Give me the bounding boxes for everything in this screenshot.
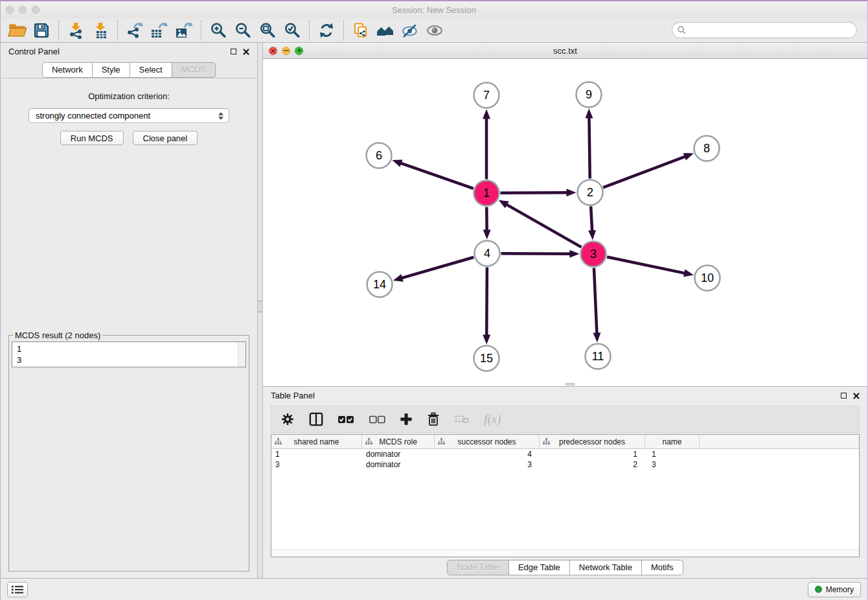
graph-edge-2-9[interactable]: [589, 116, 589, 178]
tab-style[interactable]: Style: [93, 62, 130, 78]
list-icon: [12, 585, 23, 594]
graph-node-label: 11: [592, 350, 604, 363]
network-window-title: scc.txt: [263, 46, 867, 56]
split-columns-icon[interactable]: [309, 410, 323, 429]
tab-mcds[interactable]: MCDS: [172, 62, 216, 78]
cell-mcds-role[interactable]: dominator: [362, 450, 435, 459]
graph-edge-arrowhead: [683, 153, 694, 160]
close-panel-icon[interactable]: [243, 49, 249, 55]
home-icon[interactable]: [373, 19, 398, 41]
graph-edge-3-1[interactable]: [505, 204, 581, 248]
application-window: Session: New Session: [0, 0, 868, 600]
add-column-icon[interactable]: [400, 410, 413, 429]
column-header-name[interactable]: name: [645, 435, 700, 448]
float-table-panel-icon[interactable]: [841, 393, 847, 398]
optimization-criterion-select[interactable]: strongly connected component: [29, 108, 229, 123]
column-label: name: [662, 437, 681, 446]
table-row[interactable]: 3 dominator 3 2 3: [271, 459, 859, 470]
column-header-shared-name[interactable]: shared name: [271, 435, 362, 448]
zoom-fit-icon[interactable]: [255, 19, 280, 41]
tab-edge-table[interactable]: Edge Table: [509, 560, 570, 575]
search-box[interactable]: [672, 22, 857, 38]
cell-mcds-role[interactable]: dominator: [362, 460, 435, 469]
status-bar: Memory: [1, 578, 867, 600]
table-horizontal-scrollbar[interactable]: [271, 549, 859, 557]
graph-edge-4-14[interactable]: [400, 257, 474, 279]
tab-network-table[interactable]: Network Table: [570, 560, 642, 575]
tab-node-table[interactable]: Node Table: [447, 560, 509, 575]
table-panel-title: Table Panel: [271, 391, 841, 400]
column-type-icon: [543, 438, 550, 445]
refresh-layout-icon[interactable]: [314, 19, 339, 41]
panel-splitter[interactable]: [257, 43, 263, 578]
export-image-icon[interactable]: [172, 19, 196, 41]
tab-motifs[interactable]: Motifs: [642, 560, 683, 575]
column-header-mcds-role[interactable]: MCDS role: [362, 435, 435, 448]
memory-button[interactable]: Memory: [808, 582, 861, 597]
select-all-columns-icon[interactable]: [337, 410, 354, 429]
function-builder-icon[interactable]: f(x): [484, 410, 501, 429]
cell-name[interactable]: 1: [645, 450, 700, 459]
graph-edge-4-3[interactable]: [501, 253, 571, 254]
export-table-icon[interactable]: [147, 19, 172, 41]
mcds-result-textarea[interactable]: 1 3: [12, 341, 246, 367]
graph-edge-arrowhead: [569, 250, 579, 258]
deselect-all-columns-icon[interactable]: [369, 410, 385, 429]
delete-column-icon[interactable]: [427, 410, 440, 429]
task-history-button[interactable]: [7, 582, 28, 597]
cell-predecessor-nodes[interactable]: 2: [540, 460, 645, 469]
network-window-titlebar: scc.txt: [263, 43, 867, 59]
zoom-out-icon[interactable]: [231, 19, 255, 41]
network-graph[interactable]: 7968124314101511: [263, 59, 867, 386]
selected-criterion: strongly connected component: [36, 111, 217, 121]
result-line: 1: [17, 343, 234, 354]
cell-successor-nodes[interactable]: 4: [435, 450, 540, 459]
cell-predecessor-nodes[interactable]: 1: [540, 450, 645, 459]
cell-successor-nodes[interactable]: 3: [435, 460, 540, 469]
import-network-icon[interactable]: [63, 19, 88, 41]
settings-gear-icon[interactable]: [280, 410, 295, 429]
zoom-selected-icon[interactable]: [280, 19, 304, 41]
graph-edge-2-8[interactable]: [603, 156, 687, 188]
result-line: 3: [17, 354, 234, 365]
table-row[interactable]: 1 dominator 4 1 1: [271, 449, 859, 459]
tab-network[interactable]: Network: [42, 62, 93, 78]
run-mcds-button[interactable]: Run MCDS: [60, 131, 124, 145]
graph-edge-3-10[interactable]: [607, 257, 686, 273]
cell-name[interactable]: 3: [645, 460, 700, 469]
cell-shared-name[interactable]: 1: [271, 450, 362, 459]
close-panel-button[interactable]: Close panel: [133, 131, 198, 145]
graph-edge-2-3[interactable]: [591, 206, 592, 232]
open-file-icon[interactable]: [5, 19, 29, 41]
new-network-from-selection-icon[interactable]: [348, 19, 373, 41]
splitter-grip[interactable]: [258, 301, 262, 312]
hide-graphics-details-icon[interactable]: [398, 19, 422, 41]
result-scrollbar[interactable]: [238, 342, 246, 367]
graph-edge-4-15[interactable]: [486, 267, 487, 336]
table-tabs: Node Table Edge Table Network Table Moti…: [263, 557, 867, 578]
graph-edge-arrowhead: [483, 229, 491, 239]
graph-edge-arrowhead: [585, 108, 593, 118]
zoom-in-icon[interactable]: [206, 19, 231, 41]
show-graphics-details-icon[interactable]: [422, 19, 447, 41]
cell-shared-name[interactable]: 3: [271, 460, 362, 469]
graph-edge-1-2[interactable]: [500, 192, 568, 193]
save-session-icon[interactable]: [29, 19, 54, 41]
graph-edge-3-11[interactable]: [594, 268, 597, 334]
export-network-icon[interactable]: [122, 19, 147, 41]
graph-edge-1-6[interactable]: [400, 163, 474, 189]
delete-table-icon[interactable]: [454, 410, 470, 429]
main-area: Control Panel Network Style Select MCDS …: [1, 43, 867, 578]
network-canvas[interactable]: 7968124314101511: [263, 59, 867, 386]
column-label: predecessor nodes: [559, 437, 625, 446]
column-header-successor-nodes[interactable]: successor nodes: [435, 435, 540, 448]
import-table-icon[interactable]: [88, 19, 113, 41]
tab-select[interactable]: Select: [130, 62, 172, 78]
close-table-panel-icon[interactable]: [853, 393, 860, 399]
canvas-resize-grip[interactable]: [565, 383, 575, 386]
column-type-icon: [438, 438, 445, 445]
search-input[interactable]: [689, 25, 851, 36]
column-header-predecessor-nodes[interactable]: predecessor nodes: [540, 435, 645, 448]
graph-edge-arrowhead: [499, 200, 509, 209]
float-panel-icon[interactable]: [231, 49, 236, 54]
